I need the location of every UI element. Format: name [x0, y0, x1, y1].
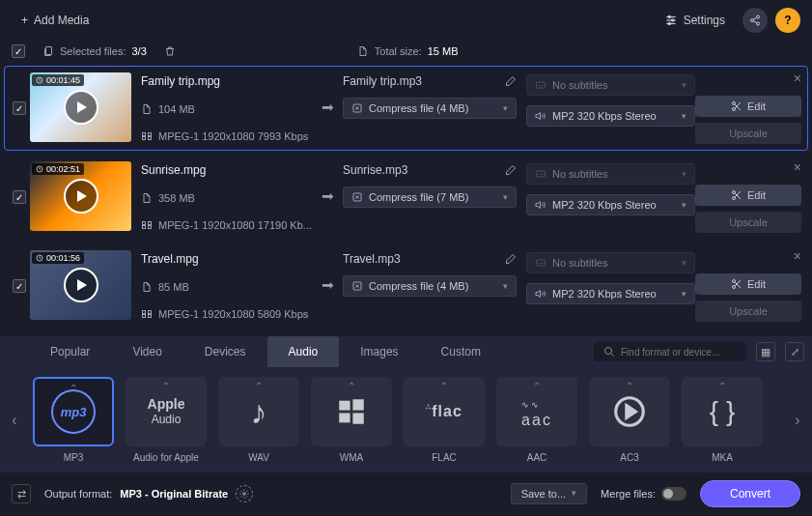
- chevron-up-icon: ⌃: [533, 381, 541, 391]
- play-icon: [64, 268, 98, 302]
- format-label: Audio for Apple: [133, 452, 199, 463]
- rename-button[interactable]: [505, 164, 517, 176]
- scroll-left-button[interactable]: ‹: [6, 412, 23, 429]
- format-aac[interactable]: ⌃ ∿∿aac AAC: [496, 377, 577, 463]
- arrow-right-icon: ⮕: [322, 100, 335, 116]
- format-ac3[interactable]: ⌃ AC3: [589, 377, 670, 463]
- remove-file-button[interactable]: ×: [794, 71, 801, 86]
- compress-dropdown[interactable]: Compress file (7 MB) ▾: [343, 186, 517, 208]
- tab-devices[interactable]: Devices: [183, 336, 267, 367]
- edit-button[interactable]: Edit: [695, 185, 801, 206]
- rename-button[interactable]: [505, 75, 517, 87]
- duration-value: 00:01:45: [46, 75, 80, 85]
- tab-audio[interactable]: Audio: [267, 336, 340, 367]
- add-media-label: Add Media: [34, 14, 89, 27]
- file-checkbox[interactable]: [13, 279, 26, 293]
- save-to-dropdown[interactable]: Save to... ▾: [511, 483, 587, 504]
- subtitles-dropdown[interactable]: No subtitles ▾: [526, 163, 695, 185]
- format-wav[interactable]: ⌃ ♪ WAV: [218, 377, 299, 463]
- format-label: WAV: [248, 452, 269, 463]
- audio-dropdown[interactable]: MP2 320 Kbps Stereo ▾: [526, 283, 695, 304]
- subtitles-value: No subtitles: [552, 168, 607, 180]
- compress-dropdown[interactable]: Compress file (4 MB) ▾: [343, 275, 517, 297]
- output-settings-button[interactable]: [236, 485, 253, 502]
- format-label: AAC: [527, 452, 547, 463]
- search-input[interactable]: [621, 347, 737, 358]
- scroll-right-button[interactable]: ›: [789, 412, 806, 429]
- format-audio-for-apple[interactable]: ⌃ AppleAudio Audio for Apple: [126, 377, 207, 463]
- svg-rect-40: [339, 401, 350, 411]
- speaker-icon: [535, 199, 546, 211]
- svg-rect-33: [143, 315, 146, 318]
- edit-label: Edit: [747, 100, 766, 112]
- remove-file-button[interactable]: ×: [794, 248, 801, 264]
- subtitles-dropdown[interactable]: No subtitles ▾: [526, 74, 695, 96]
- file-thumbnail[interactable]: 00:02:51: [30, 161, 131, 231]
- tab-images[interactable]: Images: [339, 336, 419, 367]
- source-filename: Family trip.mpg: [141, 74, 314, 88]
- topbar: + Add Media Settings ?: [0, 0, 812, 41]
- tab-popular[interactable]: Popular: [29, 336, 111, 367]
- file-card[interactable]: 00:02:51 Sunrise.mpg 358 MB MPEG-1 1920x…: [4, 155, 808, 240]
- upscale-button[interactable]: Upscale: [695, 301, 801, 322]
- file-checkbox[interactable]: [13, 190, 26, 204]
- file-list: 00:01:45 Family trip.mpg 104 MB MPEG-1 1…: [0, 66, 812, 329]
- file-thumbnail[interactable]: 00:01:45: [30, 72, 131, 142]
- format-icon: mp3: [51, 389, 96, 434]
- format-wma[interactable]: ⌃ WMA: [311, 377, 392, 463]
- file-thumbnail[interactable]: 00:01:56: [30, 250, 131, 320]
- file-checkbox[interactable]: [13, 101, 26, 115]
- format-mp3[interactable]: ⌃ mp3 MP3: [33, 377, 114, 463]
- chevron-down-icon: ▾: [682, 258, 686, 268]
- total-size-value: 15 MB: [428, 45, 459, 57]
- format-info: MPEG-1 1920x1080 7993 Kbps: [158, 130, 308, 142]
- help-button[interactable]: ?: [775, 8, 800, 33]
- subtitle-icon: [535, 79, 546, 91]
- settings-label: Settings: [684, 14, 725, 27]
- upscale-button[interactable]: Upscale: [695, 212, 801, 233]
- edit-button[interactable]: Edit: [695, 96, 801, 117]
- expand-button[interactable]: ⤢: [785, 342, 804, 361]
- settings-button[interactable]: Settings: [655, 8, 735, 33]
- select-all-checkbox[interactable]: [12, 44, 25, 58]
- trash-button[interactable]: [164, 45, 176, 57]
- tab-custom[interactable]: Custom: [420, 336, 502, 367]
- edit-button[interactable]: Edit: [695, 273, 801, 295]
- clock-icon: [36, 76, 43, 84]
- save-to-label: Save to...: [521, 488, 566, 500]
- audio-dropdown[interactable]: MP2 320 Kbps Stereo ▾: [526, 105, 695, 127]
- grid-view-button[interactable]: ▦: [756, 342, 775, 361]
- tab-video[interactable]: Video: [111, 336, 182, 367]
- compress-dropdown[interactable]: Compress file (4 MB) ▾: [343, 98, 517, 119]
- subtitles-value: No subtitles: [552, 257, 607, 269]
- duration-value: 00:02:51: [46, 164, 80, 174]
- share-button[interactable]: [742, 8, 768, 33]
- chevron-down-icon: ▾: [682, 200, 686, 210]
- rename-button[interactable]: [505, 253, 517, 265]
- play-icon: [64, 90, 98, 125]
- file-card[interactable]: 00:01:56 Travel.mpg 85 MB MPEG-1 1920x10…: [4, 244, 808, 329]
- file-card[interactable]: 00:01:45 Family trip.mpg 104 MB MPEG-1 1…: [4, 66, 808, 151]
- add-media-button[interactable]: + Add Media: [12, 8, 98, 33]
- format-icon: [335, 395, 368, 428]
- svg-rect-36: [537, 260, 546, 266]
- remove-file-button[interactable]: ×: [794, 159, 801, 175]
- compress-value: Compress file (4 MB): [369, 102, 468, 114]
- arrow-right-icon: ⮕: [322, 278, 335, 294]
- merge-toggle[interactable]: [661, 487, 686, 501]
- infobar: Selected files: 3/3 Total size: 15 MB: [0, 41, 812, 66]
- convert-button[interactable]: Convert: [700, 480, 800, 507]
- format-label: AC3: [620, 452, 638, 463]
- file-icon: [357, 45, 369, 57]
- svg-point-19: [733, 102, 736, 105]
- upscale-label: Upscale: [729, 305, 768, 317]
- svg-rect-42: [339, 413, 350, 422]
- subtitles-dropdown[interactable]: No subtitles ▾: [526, 252, 695, 273]
- format-flac[interactable]: ⌃ ∴flac FLAC: [404, 377, 485, 463]
- output-swap-button[interactable]: ⇄: [12, 484, 31, 503]
- upscale-button[interactable]: Upscale: [695, 123, 801, 144]
- audio-dropdown[interactable]: MP2 320 Kbps Stereo ▾: [526, 194, 695, 215]
- format-search[interactable]: [594, 342, 746, 361]
- file-size: 85 MB: [158, 281, 189, 293]
- format-mka[interactable]: ⌃ { } MKA: [682, 377, 763, 463]
